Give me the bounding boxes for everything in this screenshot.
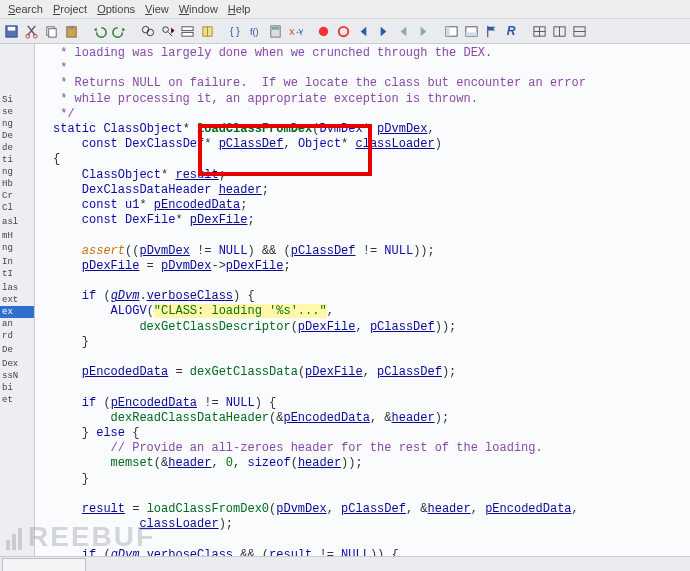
svg-text:R: R <box>506 24 515 38</box>
list-item[interactable]: ng <box>0 166 34 178</box>
list-item[interactable]: an <box>0 318 34 330</box>
tool-replace-icon[interactable] <box>178 22 196 40</box>
tool-bp-on-icon[interactable] <box>314 22 332 40</box>
tool-undo-icon[interactable] <box>90 22 108 40</box>
list-item[interactable]: ext <box>0 294 34 306</box>
list-item[interactable]: rd <box>0 330 34 342</box>
list-item[interactable]: In <box>0 256 34 268</box>
tool-paste-icon[interactable] <box>62 22 80 40</box>
menu-search[interactable]: Search <box>4 2 47 16</box>
code-editor[interactable]: * loading was largely done when we crunc… <box>35 44 690 571</box>
left-panel: Si se ng De de ti ng Hb Cr Cl asl mH ng … <box>0 44 35 571</box>
svg-rect-1 <box>7 26 15 30</box>
list-item[interactable]: mH <box>0 230 34 242</box>
tool-fwd-icon[interactable] <box>374 22 392 40</box>
tool-findnext-icon[interactable] <box>158 22 176 40</box>
tool-r-icon[interactable]: R <box>502 22 520 40</box>
list-item[interactable]: De <box>0 130 34 142</box>
svg-rect-25 <box>465 32 476 36</box>
tab-item[interactable] <box>2 558 86 571</box>
svg-rect-23 <box>445 26 449 35</box>
svg-rect-12 <box>181 32 192 36</box>
tool-copy-icon[interactable] <box>42 22 60 40</box>
list-item-selected[interactable]: ex <box>0 306 34 318</box>
list-item[interactable]: Cl <box>0 202 34 214</box>
list-item[interactable]: et <box>0 394 34 406</box>
list-item[interactable]: Si <box>0 94 34 106</box>
tool-redo-icon[interactable] <box>110 22 128 40</box>
svg-rect-7 <box>69 25 73 28</box>
list-item[interactable]: ng <box>0 242 34 254</box>
list-item[interactable]: Dex <box>0 358 34 370</box>
tool-flag-icon[interactable] <box>482 22 500 40</box>
tool-save-icon[interactable] <box>2 22 20 40</box>
tool-back2-icon[interactable] <box>394 22 412 40</box>
tool-grid2-icon[interactable] <box>550 22 568 40</box>
tool-curly-icon[interactable]: { } <box>226 22 244 40</box>
list-item[interactable]: ssN <box>0 370 34 382</box>
list-item[interactable]: de <box>0 142 34 154</box>
menu-view[interactable]: View <box>141 2 173 16</box>
tool-fwd2-icon[interactable] <box>414 22 432 40</box>
svg-text:f(): f() <box>249 27 258 37</box>
svg-point-20 <box>318 26 327 35</box>
tool-calc-icon[interactable] <box>266 22 284 40</box>
list-item[interactable]: bi <box>0 382 34 394</box>
toolbar: { } f() X↔Y R <box>0 18 690 44</box>
list-item[interactable]: ti <box>0 154 34 166</box>
list-item[interactable]: las <box>0 282 34 294</box>
list-item[interactable]: Cr <box>0 190 34 202</box>
tool-grid1-icon[interactable] <box>530 22 548 40</box>
tool-func-icon[interactable]: f() <box>246 22 264 40</box>
svg-rect-11 <box>181 26 192 30</box>
tool-grid3-icon[interactable] <box>570 22 588 40</box>
menu-help[interactable]: Help <box>224 2 255 16</box>
watermark: REEBUF <box>6 521 155 557</box>
tool-back-icon[interactable] <box>354 22 372 40</box>
tool-bp-off-icon[interactable] <box>334 22 352 40</box>
menu-bar: Search Project Options View Window Help <box>0 0 690 18</box>
svg-point-10 <box>162 26 168 32</box>
svg-text:{ }: { } <box>229 26 239 37</box>
tool-xy-icon[interactable]: X↔Y <box>286 22 304 40</box>
list-item[interactable]: Hb <box>0 178 34 190</box>
svg-text:Y: Y <box>298 27 303 37</box>
bottom-tabs <box>0 556 690 571</box>
svg-point-21 <box>338 26 347 35</box>
menu-window[interactable]: Window <box>175 2 222 16</box>
tool-cut-icon[interactable] <box>22 22 40 40</box>
menu-project[interactable]: Project <box>49 2 91 16</box>
svg-rect-16 <box>271 26 279 29</box>
tool-book-icon[interactable] <box>198 22 216 40</box>
symbol-list[interactable]: Si se ng De de ti ng Hb Cr Cl asl mH ng … <box>0 44 34 406</box>
tool-panel2-icon[interactable] <box>462 22 480 40</box>
list-item[interactable]: ng <box>0 118 34 130</box>
list-item[interactable]: asl <box>0 216 34 228</box>
tool-find-icon[interactable] <box>138 22 156 40</box>
list-item[interactable]: tI <box>0 268 34 280</box>
list-item[interactable]: se <box>0 106 34 118</box>
svg-rect-5 <box>48 28 56 36</box>
code-content: * loading was largely done when we crunc… <box>35 44 690 571</box>
menu-options[interactable]: Options <box>93 2 139 16</box>
list-item[interactable]: De <box>0 344 34 356</box>
tool-panel1-icon[interactable] <box>442 22 460 40</box>
